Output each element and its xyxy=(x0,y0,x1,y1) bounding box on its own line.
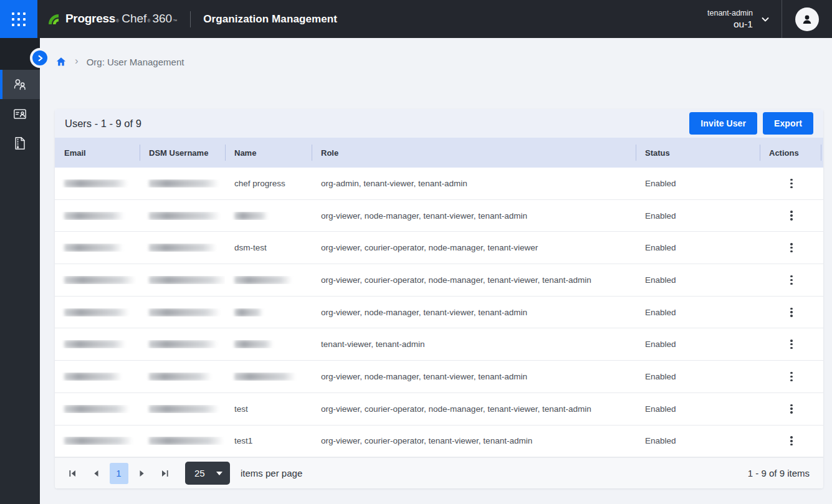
app-launcher-button[interactable] xyxy=(0,0,37,38)
chevron-right-icon xyxy=(37,55,44,62)
cell-name: dsm-test xyxy=(225,243,312,252)
cell-role: org-viewer, node-manager, tenant-viewer,… xyxy=(312,372,636,381)
cell-role: tenant-viewer, tenant-admin xyxy=(312,340,636,349)
tenant-org-label: ou-1 xyxy=(707,18,753,31)
export-button[interactable]: Export xyxy=(763,112,813,135)
account-menu-button[interactable] xyxy=(782,7,832,31)
row-actions-kebab-icon[interactable] xyxy=(783,368,800,385)
items-per-page-label: items per page xyxy=(241,468,302,478)
cell-role: org-admin, tenant-viewer, tenant-admin xyxy=(312,179,636,188)
table-body: chef progressorg-admin, tenant-viewer, t… xyxy=(55,168,823,457)
status-text: Enabled xyxy=(636,243,760,252)
redacted-dsm-username xyxy=(149,405,219,413)
sidebar-toggle-button[interactable] xyxy=(30,48,50,68)
table-row: org-viewer, node-manager, tenant-viewer,… xyxy=(55,361,823,393)
column-header-status[interactable]: Status xyxy=(636,138,760,168)
sidebar-item-users[interactable] xyxy=(0,70,40,99)
users-icon xyxy=(12,77,27,92)
left-sidebar xyxy=(0,38,40,504)
redacted-dsm-username xyxy=(149,244,216,252)
page-size-dropdown[interactable]: 25 xyxy=(185,462,230,485)
cell-email xyxy=(55,340,140,348)
cell-role: org-viewer, courier-operator, node-manag… xyxy=(312,404,636,414)
row-actions-kebab-icon[interactable] xyxy=(783,239,800,257)
cell-dsm-username xyxy=(140,276,225,284)
name-text: dsm-test xyxy=(234,243,267,252)
table-row: dsm-testorg-viewer, courier-operator, no… xyxy=(55,232,823,264)
redacted-email xyxy=(64,212,124,220)
user-avatar-icon xyxy=(795,7,819,31)
status-text: Enabled xyxy=(636,211,760,221)
cell-dsm-username xyxy=(140,340,225,348)
cell-email xyxy=(55,405,140,413)
last-page-button[interactable] xyxy=(156,464,175,483)
cell-email xyxy=(55,437,140,445)
page-size-value: 25 xyxy=(194,468,205,478)
id-card-icon xyxy=(12,107,27,121)
name-text: test xyxy=(234,404,248,414)
row-actions-kebab-icon[interactable] xyxy=(783,207,800,224)
breadcrumb: › Org: User Management xyxy=(55,52,832,71)
redacted-dsm-username xyxy=(149,340,218,348)
row-actions-kebab-icon[interactable] xyxy=(783,432,800,450)
row-actions-kebab-icon[interactable] xyxy=(783,174,800,192)
sidebar-item-id-card[interactable] xyxy=(0,99,40,128)
tenant-switcher[interactable]: tenant-admin ou-1 xyxy=(707,8,770,31)
column-header-name[interactable]: Name xyxy=(225,138,312,168)
redacted-name xyxy=(234,373,295,381)
column-header-email[interactable]: Email xyxy=(55,138,140,168)
dropdown-caret-icon xyxy=(216,472,222,475)
row-actions-kebab-icon[interactable] xyxy=(783,336,800,353)
top-navbar: Progress®Chef®360™ Organization Manageme… xyxy=(0,0,832,38)
table-row: org-viewer, courier-operator, node-manag… xyxy=(55,264,823,297)
row-actions-kebab-icon[interactable] xyxy=(783,400,800,417)
name-text: chef progress xyxy=(234,179,285,188)
cell-role: org-viewer, node-manager, tenant-viewer,… xyxy=(312,308,636,317)
previous-page-button[interactable] xyxy=(87,464,105,483)
column-header-dsm-username[interactable]: DSM Username xyxy=(140,138,225,168)
table-row: tenant-viewer, tenant-adminEnabled xyxy=(55,328,823,361)
redacted-dsm-username xyxy=(149,437,224,445)
cell-actions xyxy=(760,239,823,257)
pagination-bar: 1 25 items per page 1 - 9 of 9 items xyxy=(55,457,823,488)
chevron-down-icon xyxy=(760,14,770,24)
progress-chef-logo: Progress®Chef®360™ xyxy=(46,12,178,27)
main-content: › Org: User Management Users - 1 - 9 of … xyxy=(40,38,832,504)
status-text: Enabled xyxy=(636,275,760,285)
cell-email xyxy=(55,212,140,220)
cell-actions xyxy=(760,207,823,224)
invite-user-button[interactable]: Invite User xyxy=(689,112,757,135)
pagination-summary: 1 - 9 of 9 items xyxy=(748,468,815,478)
redacted-name xyxy=(234,308,263,316)
redacted-email xyxy=(64,340,125,348)
redacted-dsm-username xyxy=(149,373,211,381)
cell-actions xyxy=(760,336,823,353)
row-actions-kebab-icon[interactable] xyxy=(783,303,800,321)
redacted-email xyxy=(64,179,128,188)
cell-actions xyxy=(760,271,823,288)
cell-name xyxy=(225,373,312,381)
cell-role: org-viewer, node-manager, tenant-viewer,… xyxy=(312,211,636,221)
redacted-dsm-username xyxy=(149,276,225,284)
sidebar-item-documents[interactable] xyxy=(0,128,40,158)
column-header-role[interactable]: Role xyxy=(312,138,636,168)
cell-dsm-username xyxy=(140,437,225,445)
cell-email xyxy=(55,308,140,316)
status-text: Enabled xyxy=(636,340,760,349)
first-page-button[interactable] xyxy=(64,464,82,483)
cell-role: org-viewer, courier-operator, node-manag… xyxy=(312,243,636,252)
zip-document-icon xyxy=(12,136,27,151)
row-actions-kebab-icon[interactable] xyxy=(783,271,800,288)
redacted-email xyxy=(64,437,133,445)
progress-logo-icon xyxy=(46,12,61,27)
name-text: test1 xyxy=(234,436,252,445)
status-text: Enabled xyxy=(636,179,760,188)
cell-name xyxy=(225,212,312,220)
redacted-email xyxy=(64,308,129,316)
page-number-1[interactable]: 1 xyxy=(110,463,128,484)
home-icon[interactable] xyxy=(55,56,67,67)
cell-email xyxy=(55,244,140,252)
next-page-button[interactable] xyxy=(133,464,151,483)
brand-reg-mark: ® xyxy=(147,19,150,23)
brand-360: 360 xyxy=(152,12,172,26)
